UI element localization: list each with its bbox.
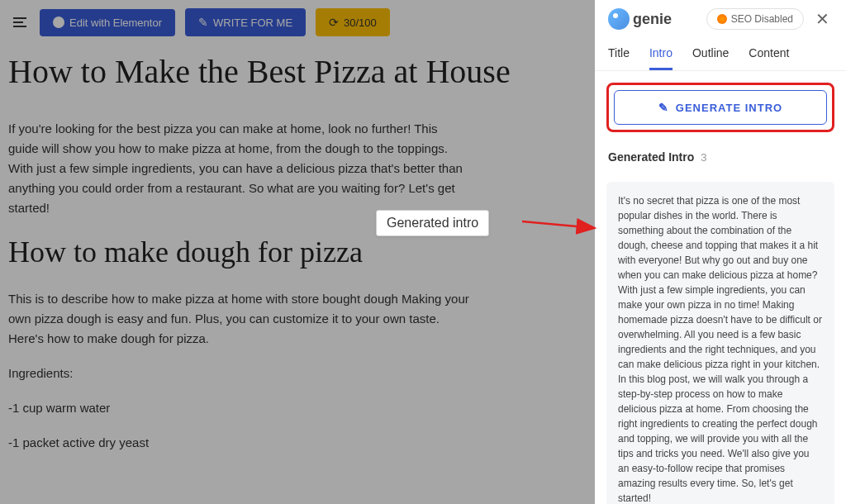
tab-title[interactable]: Title	[608, 38, 630, 70]
seo-score-button[interactable]: 30/100	[316, 8, 390, 36]
genie-logo: genie	[608, 8, 672, 30]
section-heading: How to make dough for pizza	[8, 235, 587, 269]
seo-badge-icon	[717, 14, 727, 24]
paragraph: If you're looking for the best pizza you…	[8, 119, 471, 218]
annotation-label: Generated intro	[376, 210, 489, 236]
paragraph: -1 packet active dry yeast	[8, 433, 471, 453]
close-icon[interactable]: ✕	[812, 9, 833, 29]
seo-disabled-badge[interactable]: SEO Disabled	[706, 8, 804, 30]
brand-name: genie	[633, 11, 672, 28]
annotation-arrow-icon	[522, 213, 605, 238]
svg-line-1	[522, 221, 595, 228]
generate-intro-button[interactable]: GENERATE INTRO	[614, 90, 827, 125]
genie-icon	[608, 8, 630, 30]
generate-highlight-box: GENERATE INTRO	[606, 83, 834, 132]
paragraph: This is to describe how to make pizza at…	[8, 289, 471, 349]
seo-badge-label: SEO Disabled	[731, 13, 793, 25]
generated-count: 3	[701, 151, 706, 164]
intro-card[interactable]: It's no secret that pizza is one of the …	[606, 182, 834, 504]
edit-elementor-button[interactable]: Edit with Elementor	[40, 9, 175, 36]
page-title: How to Make the Best Pizza at House	[8, 51, 587, 93]
menu-icon[interactable]	[10, 14, 30, 31]
paragraph: -1 cup warm water	[8, 398, 471, 418]
tab-content[interactable]: Content	[749, 38, 789, 70]
tab-outline[interactable]: Outline	[692, 38, 729, 70]
generated-intro-heading: Generated Intro	[608, 150, 694, 164]
write-for-me-button[interactable]: WRITE FOR ME	[185, 8, 306, 36]
paragraph: Ingredients:	[8, 364, 471, 383]
tab-intro[interactable]: Intro	[649, 38, 673, 70]
